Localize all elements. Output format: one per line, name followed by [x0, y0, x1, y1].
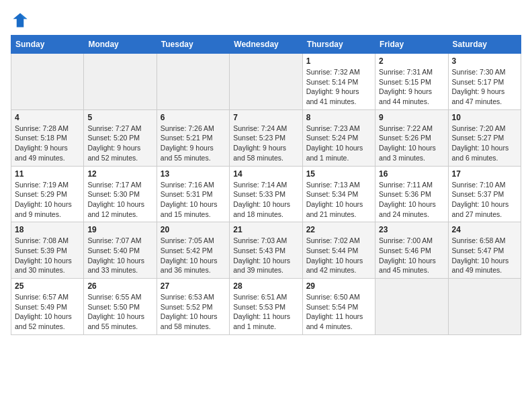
calendar-cell: 20Sunrise: 7:05 AM Sunset: 5:42 PM Dayli…	[157, 222, 229, 279]
day-number: 22	[306, 225, 371, 234]
calendar-cell	[84, 54, 157, 110]
day-number: 2	[379, 56, 444, 66]
calendar-cell: 4Sunrise: 7:28 AM Sunset: 5:18 PM Daylig…	[11, 109, 84, 166]
day-number: 3	[452, 56, 517, 66]
day-info: Sunrise: 7:26 AM Sunset: 5:21 PM Dayligh…	[161, 124, 226, 163]
page-header	[11, 11, 521, 30]
day-info: Sunrise: 6:50 AM Sunset: 5:54 PM Dayligh…	[306, 292, 371, 332]
logo	[11, 11, 32, 30]
day-info: Sunrise: 7:00 AM Sunset: 5:46 PM Dayligh…	[379, 236, 444, 275]
day-number: 5	[87, 113, 152, 122]
svg-marker-0	[13, 13, 28, 28]
day-number: 21	[233, 225, 298, 234]
calendar-cell: 24Sunrise: 6:58 AM Sunset: 5:47 PM Dayli…	[448, 222, 521, 279]
day-info: Sunrise: 7:08 AM Sunset: 5:39 PM Dayligh…	[15, 236, 80, 275]
calendar-cell: 29Sunrise: 6:50 AM Sunset: 5:54 PM Dayli…	[302, 279, 375, 335]
calendar-cell: 15Sunrise: 7:13 AM Sunset: 5:34 PM Dayli…	[302, 166, 375, 222]
calendar-cell: 9Sunrise: 7:22 AM Sunset: 5:26 PM Daylig…	[375, 109, 448, 166]
day-info: Sunrise: 7:32 AM Sunset: 5:14 PM Dayligh…	[306, 67, 371, 107]
calendar-cell: 3Sunrise: 7:30 AM Sunset: 5:17 PM Daylig…	[448, 54, 521, 110]
calendar-cell: 11Sunrise: 7:19 AM Sunset: 5:29 PM Dayli…	[11, 166, 84, 222]
day-info: Sunrise: 6:58 AM Sunset: 5:47 PM Dayligh…	[452, 236, 517, 275]
column-header-sunday: Sunday	[11, 36, 84, 54]
calendar-cell: 7Sunrise: 7:24 AM Sunset: 5:23 PM Daylig…	[230, 109, 302, 166]
calendar-week-row: 1Sunrise: 7:32 AM Sunset: 5:14 PM Daylig…	[11, 54, 521, 110]
calendar-cell: 21Sunrise: 7:03 AM Sunset: 5:43 PM Dayli…	[230, 222, 302, 279]
day-number: 8	[306, 113, 371, 122]
day-number: 1	[306, 56, 371, 66]
day-info: Sunrise: 7:23 AM Sunset: 5:24 PM Dayligh…	[306, 124, 371, 163]
calendar-cell: 19Sunrise: 7:07 AM Sunset: 5:40 PM Dayli…	[84, 222, 157, 279]
calendar-cell: 23Sunrise: 7:00 AM Sunset: 5:46 PM Dayli…	[375, 222, 448, 279]
day-info: Sunrise: 6:57 AM Sunset: 5:49 PM Dayligh…	[15, 292, 80, 332]
day-info: Sunrise: 7:13 AM Sunset: 5:34 PM Dayligh…	[306, 180, 371, 220]
day-number: 6	[161, 113, 226, 122]
day-number: 13	[161, 169, 226, 179]
day-info: Sunrise: 7:22 AM Sunset: 5:26 PM Dayligh…	[379, 124, 444, 163]
column-header-friday: Friday	[375, 36, 448, 54]
day-info: Sunrise: 7:27 AM Sunset: 5:20 PM Dayligh…	[87, 124, 152, 163]
day-info: Sunrise: 7:03 AM Sunset: 5:43 PM Dayligh…	[233, 236, 298, 275]
day-number: 16	[379, 169, 444, 179]
day-number: 4	[15, 113, 80, 122]
day-number: 25	[15, 281, 80, 291]
column-header-thursday: Thursday	[302, 36, 375, 54]
day-number: 29	[306, 281, 371, 291]
day-number: 17	[452, 169, 517, 179]
day-number: 26	[87, 281, 152, 291]
day-number: 11	[15, 169, 80, 179]
day-info: Sunrise: 7:24 AM Sunset: 5:23 PM Dayligh…	[233, 124, 298, 163]
day-info: Sunrise: 7:07 AM Sunset: 5:40 PM Dayligh…	[87, 236, 152, 275]
calendar-cell: 12Sunrise: 7:17 AM Sunset: 5:30 PM Dayli…	[84, 166, 157, 222]
calendar-cell: 5Sunrise: 7:27 AM Sunset: 5:20 PM Daylig…	[84, 109, 157, 166]
day-number: 12	[87, 169, 152, 179]
calendar-cell	[375, 279, 448, 335]
calendar-cell: 8Sunrise: 7:23 AM Sunset: 5:24 PM Daylig…	[302, 109, 375, 166]
calendar-cell: 13Sunrise: 7:16 AM Sunset: 5:31 PM Dayli…	[157, 166, 229, 222]
day-number: 27	[161, 281, 226, 291]
day-number: 15	[306, 169, 371, 179]
day-info: Sunrise: 6:55 AM Sunset: 5:50 PM Dayligh…	[87, 292, 152, 332]
day-info: Sunrise: 7:14 AM Sunset: 5:33 PM Dayligh…	[233, 180, 298, 220]
calendar-cell: 10Sunrise: 7:20 AM Sunset: 5:27 PM Dayli…	[448, 109, 521, 166]
day-number: 18	[15, 225, 80, 234]
day-info: Sunrise: 7:30 AM Sunset: 5:17 PM Dayligh…	[452, 67, 517, 107]
day-number: 28	[233, 281, 298, 291]
day-number: 23	[379, 225, 444, 234]
day-number: 14	[233, 169, 298, 179]
calendar-cell: 17Sunrise: 7:10 AM Sunset: 5:37 PM Dayli…	[448, 166, 521, 222]
calendar-cell: 22Sunrise: 7:02 AM Sunset: 5:44 PM Dayli…	[302, 222, 375, 279]
day-info: Sunrise: 7:02 AM Sunset: 5:44 PM Dayligh…	[306, 236, 371, 275]
day-info: Sunrise: 7:28 AM Sunset: 5:18 PM Dayligh…	[15, 124, 80, 163]
day-info: Sunrise: 7:10 AM Sunset: 5:37 PM Dayligh…	[452, 180, 517, 220]
day-info: Sunrise: 7:11 AM Sunset: 5:36 PM Dayligh…	[379, 180, 444, 220]
day-info: Sunrise: 7:31 AM Sunset: 5:15 PM Dayligh…	[379, 67, 444, 107]
calendar-cell	[230, 54, 302, 110]
calendar-cell: 28Sunrise: 6:51 AM Sunset: 5:53 PM Dayli…	[230, 279, 302, 335]
day-number: 9	[379, 113, 444, 122]
day-info: Sunrise: 7:19 AM Sunset: 5:29 PM Dayligh…	[15, 180, 80, 220]
day-info: Sunrise: 6:51 AM Sunset: 5:53 PM Dayligh…	[233, 292, 298, 332]
day-info: Sunrise: 7:17 AM Sunset: 5:30 PM Dayligh…	[87, 180, 152, 220]
calendar-cell: 18Sunrise: 7:08 AM Sunset: 5:39 PM Dayli…	[11, 222, 84, 279]
calendar-cell	[11, 54, 84, 110]
calendar-cell: 16Sunrise: 7:11 AM Sunset: 5:36 PM Dayli…	[375, 166, 448, 222]
calendar-cell	[448, 279, 521, 335]
calendar-cell: 1Sunrise: 7:32 AM Sunset: 5:14 PM Daylig…	[302, 54, 375, 110]
calendar-cell: 6Sunrise: 7:26 AM Sunset: 5:21 PM Daylig…	[157, 109, 229, 166]
day-number: 20	[161, 225, 226, 234]
column-header-monday: Monday	[84, 36, 157, 54]
day-number: 10	[452, 113, 517, 122]
column-header-tuesday: Tuesday	[157, 36, 229, 54]
calendar-cell: 14Sunrise: 7:14 AM Sunset: 5:33 PM Dayli…	[230, 166, 302, 222]
column-header-saturday: Saturday	[448, 36, 521, 54]
calendar-header-row: SundayMondayTuesdayWednesdayThursdayFrid…	[11, 36, 521, 54]
day-number: 24	[452, 225, 517, 234]
day-info: Sunrise: 7:16 AM Sunset: 5:31 PM Dayligh…	[161, 180, 226, 220]
calendar-week-row: 11Sunrise: 7:19 AM Sunset: 5:29 PM Dayli…	[11, 166, 521, 222]
calendar-cell: 27Sunrise: 6:53 AM Sunset: 5:52 PM Dayli…	[157, 279, 229, 335]
day-info: Sunrise: 7:05 AM Sunset: 5:42 PM Dayligh…	[161, 236, 226, 275]
column-header-wednesday: Wednesday	[230, 36, 302, 54]
day-number: 7	[233, 113, 298, 122]
calendar-cell	[157, 54, 229, 110]
